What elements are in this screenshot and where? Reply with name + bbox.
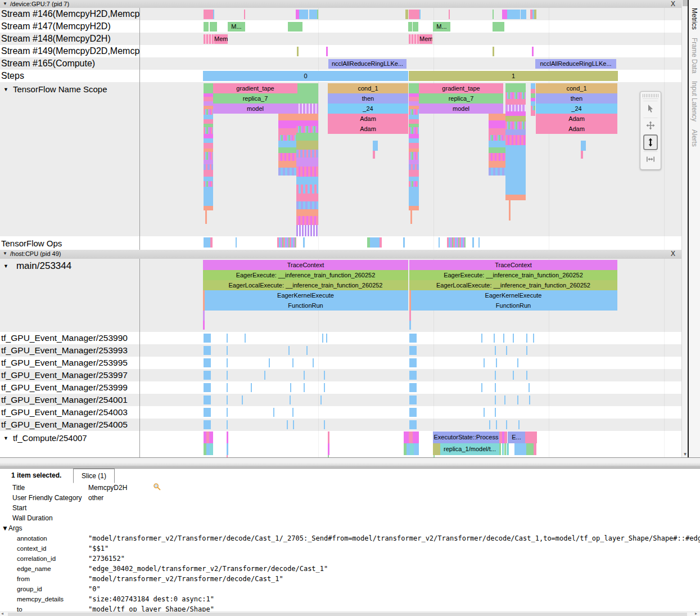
trace-event[interactable] (204, 160, 213, 164)
trace-event[interactable] (484, 358, 485, 367)
trace-event[interactable] (506, 346, 507, 355)
trace-event-cond-1[interactable]: cond_1 (536, 83, 617, 93)
trace-event[interactable] (526, 334, 527, 343)
trace-event[interactable] (489, 120, 505, 128)
trace-event[interactable] (296, 185, 318, 194)
trace-event[interactable] (204, 164, 213, 170)
trace-event[interactable] (204, 177, 213, 181)
trace-event[interactable] (210, 237, 213, 248)
trace-event[interactable] (505, 92, 526, 99)
trace-event[interactable] (204, 97, 213, 101)
trace-event-e[interactable]: E... (508, 431, 525, 443)
trace-event[interactable] (514, 443, 526, 455)
trace-event[interactable] (204, 206, 213, 210)
trace-event[interactable] (292, 358, 293, 367)
collapse-arrow-icon[interactable]: ▼ (3, 263, 8, 269)
trace-event[interactable] (209, 431, 213, 443)
trace-event[interactable] (413, 22, 418, 32)
trace-event[interactable] (227, 443, 228, 455)
trace-event[interactable] (299, 10, 308, 19)
trace-event[interactable] (324, 371, 325, 380)
trace-event[interactable] (507, 10, 520, 19)
trace-event[interactable] (409, 395, 417, 404)
trace-event[interactable] (409, 143, 419, 149)
trace-event[interactable] (227, 346, 228, 355)
trace-event[interactable] (204, 420, 211, 429)
trace-event[interactable] (409, 160, 419, 164)
track-tf-gpu-event-manager-254003[interactable]: tf_GPU_Event_Manager/254003 (0, 406, 681, 419)
args-collapse-header[interactable]: ▼Args (0, 523, 700, 533)
trace-event[interactable] (409, 127, 419, 134)
track-tf-gpu-event-manager-254001[interactable]: tf_GPU_Event_Manager/254001 (0, 394, 681, 406)
trace-event[interactable] (204, 408, 211, 417)
trace-event[interactable] (419, 10, 421, 19)
trace-event[interactable] (296, 93, 318, 104)
trace-event[interactable] (495, 371, 496, 380)
trace-event-then[interactable]: then (536, 93, 617, 104)
trace-event[interactable] (296, 126, 318, 133)
trace-event[interactable] (278, 161, 296, 168)
trace-event[interactable] (242, 395, 243, 404)
trace-event[interactable] (504, 431, 507, 443)
trace-event[interactable] (410, 210, 412, 224)
trace-event[interactable] (273, 408, 274, 417)
trace-event[interactable] (204, 119, 213, 124)
trace-event[interactable] (517, 358, 518, 367)
trace-event[interactable] (495, 346, 496, 355)
trace-event[interactable] (481, 334, 482, 343)
trace-event[interactable] (245, 334, 246, 343)
trace-event[interactable] (290, 383, 291, 392)
trace-event[interactable] (304, 383, 305, 392)
trace-event[interactable] (204, 115, 213, 119)
trace-event[interactable] (278, 120, 296, 128)
trace-event[interactable] (505, 111, 526, 116)
trace-event[interactable] (526, 371, 527, 380)
trace-event[interactable] (278, 135, 296, 141)
trace-event-eagerexecute-inference-train-function-260252[interactable]: EagerExecute: __inference_train_function… (203, 270, 408, 280)
trace-event[interactable] (414, 443, 419, 455)
track-label-main-253344[interactable]: ▼main/253344 (3, 260, 71, 272)
trace-event[interactable] (409, 358, 417, 367)
trace-event[interactable] (296, 194, 318, 201)
trace-event[interactable] (204, 358, 211, 367)
trace-event[interactable] (531, 89, 535, 93)
trace-event[interactable] (518, 420, 520, 429)
trace-event[interactable] (505, 99, 526, 105)
trace-event[interactable] (204, 10, 213, 19)
trace-event[interactable] (409, 164, 419, 170)
trace-event[interactable] (484, 408, 485, 417)
track-tf-gpu-event-manager-253997[interactable]: tf_GPU_Event_Manager/253997 (0, 369, 681, 381)
trace-event[interactable] (409, 109, 419, 115)
trace-event[interactable] (493, 47, 494, 56)
track-stream-149-memcpyd2d-memcp[interactable]: Stream #149(MemcpyD2D,Memcp (0, 45, 681, 57)
tab-alerts[interactable]: Alerts (690, 129, 698, 147)
trace-event[interactable] (502, 10, 507, 19)
trace-event[interactable] (227, 395, 228, 404)
trace-event[interactable] (489, 114, 505, 120)
trace-event[interactable] (296, 104, 318, 114)
trace-event[interactable] (203, 321, 205, 330)
trace-event[interactable] (531, 83, 535, 89)
trace-event[interactable] (317, 10, 318, 19)
trace-event[interactable] (503, 334, 504, 343)
trace-event[interactable] (405, 10, 408, 19)
track-tf-gpu-event-manager-253995[interactable]: tf_GPU_Event_Manager/253995 (0, 357, 681, 369)
trace-event-1[interactable]: 1 (409, 71, 618, 81)
trace-event[interactable] (489, 153, 505, 161)
trace-event[interactable] (278, 128, 296, 135)
trace-event-m[interactable]: M... (433, 22, 450, 32)
trace-event[interactable] (404, 431, 409, 443)
trace-event[interactable] (409, 383, 417, 392)
trace-event[interactable] (447, 237, 466, 248)
trace-event[interactable] (489, 420, 490, 429)
track-tensorflow-name-scope[interactable]: gradient_tapecond_1gradient_tapecond_1re… (0, 82, 681, 236)
trace-event[interactable] (313, 358, 314, 367)
trace-event[interactable] (380, 237, 382, 248)
track-tf-gpu-event-manager-253993[interactable]: tf_GPU_Event_Manager/253993 (0, 344, 681, 357)
track-tf-gpu-event-manager-253999[interactable]: tf_GPU_Event_Manager/253999 (0, 381, 681, 394)
trace-event[interactable] (409, 431, 413, 443)
trace-event[interactable] (324, 383, 325, 392)
trace-event[interactable] (496, 358, 497, 367)
trace-event-eagerlocalexecute-inference-train-function-260252[interactable]: EagerLocalExecute: __inference_train_fun… (409, 280, 617, 290)
trace-event[interactable] (293, 420, 294, 429)
